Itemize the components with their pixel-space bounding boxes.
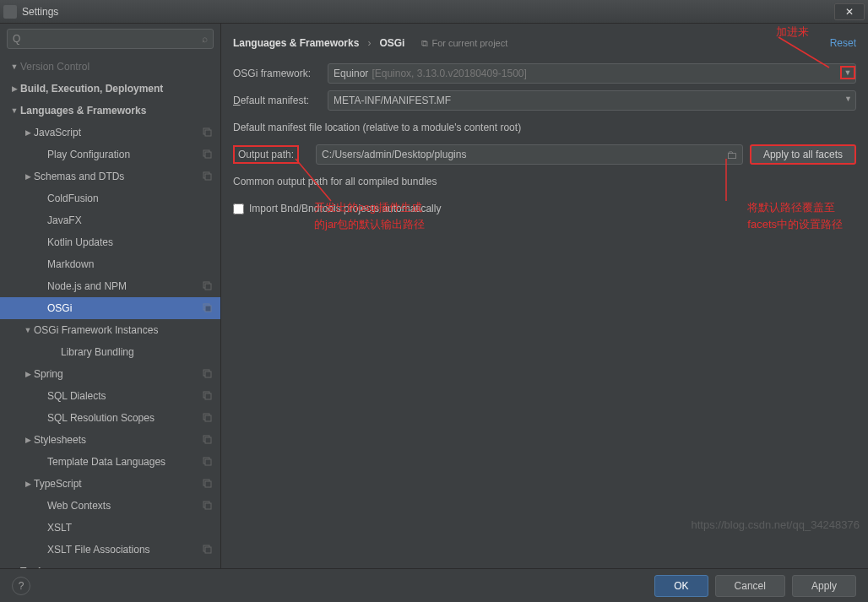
sidebar: Q ⌕ ▼Version Control▶Build, Execution, D… [0,24,221,568]
tree-item-typescript[interactable]: ▶TypeScript [0,473,220,495]
svg-rect-15 [205,415,211,421]
tree-arrow-icon: ▶ [22,370,34,378]
tree-item-label: Schemas and DTDs [34,171,202,182]
copy-icon [202,149,214,160]
apply-button[interactable]: Apply [792,575,856,597]
copy-icon [202,412,214,424]
folder-icon[interactable]: 🗀 [726,149,737,161]
output-path-input[interactable]: C:/Users/admin/Desktop/plugins 🗀 [316,144,743,165]
tree-item-label: OSGi Framework Instances [34,324,214,336]
tree-item-label: Markdown [47,258,214,270]
tree-item-label: ColdFusion [47,193,214,204]
tree-item-label: JavaFX [47,214,214,226]
tree-item-play-configuration[interactable]: Play Configuration [0,144,220,165]
tree-arrow-icon: ▶ [22,128,34,137]
copy-icon [202,368,214,380]
dialog-footer: ? OK Cancel Apply [0,568,868,602]
tree-item-label: Web Contexts [47,500,202,512]
tree-item-osgi-framework-instances[interactable]: ▼OSGi Framework Instances [0,319,220,341]
tree-item-label: SQL Dialects [47,390,202,402]
apply-to-all-facets-button[interactable]: Apply to all facets [750,144,856,165]
breadcrumb-leaf: OSGi [379,37,404,49]
cancel-button[interactable]: Cancel [715,575,785,597]
copy-icon [202,434,214,446]
tree-item-label: Library Bundling [61,346,214,358]
breadcrumb: Languages & Frameworks › OSGi ⧉ For curr… [233,32,856,54]
tree-item-label: Kotlin Updates [47,236,214,248]
svg-rect-9 [205,306,211,312]
annotation-3: 将默认路径覆盖至 facets中的设置路径 [747,199,843,232]
tree-arrow-icon: ▼ [8,62,20,71]
copy-icon: ⧉ [421,38,428,49]
tree-item-xslt-file-associations[interactable]: XSLT File Associations [0,539,220,561]
search-box[interactable]: Q ⌕ [7,29,214,49]
breadcrumb-root[interactable]: Languages & Frameworks [233,37,359,49]
tree-item-sql-resolution-scopes[interactable]: SQL Resolution Scopes [0,407,220,429]
tree-item-label: Tools [20,566,214,568]
import-bnd-checkbox[interactable] [233,203,244,214]
tree-arrow-icon: ▶ [8,84,20,93]
chevron-right-icon: › [367,37,371,49]
copy-icon [202,544,214,556]
help-icon[interactable]: ? [12,577,30,595]
svg-rect-13 [205,393,211,399]
tree-item-label: Node.js and NPM [47,280,202,292]
tree-item-label: Spring [34,368,202,380]
svg-rect-3 [205,152,211,158]
tree-arrow-icon: ▼ [22,326,34,334]
tree-item-version-control[interactable]: ▼Version Control [0,56,220,78]
search-clear-icon[interactable]: ⌕ [202,33,208,45]
close-icon[interactable]: ✕ [834,3,865,20]
tree-item-label: Languages & Frameworks [20,105,214,117]
tree-item-label: JavaScript [34,127,202,138]
window-title: Settings [22,6,834,18]
tree-item-library-bundling[interactable]: Library Bundling [0,341,220,363]
output-hint: Common output path for all compiled bund… [233,171,856,193]
tree-item-template-data-languages[interactable]: Template Data Languages [0,451,220,473]
tree-item-javascript[interactable]: ▶JavaScript [0,122,220,144]
tree-item-tools[interactable]: ▶Tools [0,561,220,568]
search-icon: Q [13,33,20,45]
tree-item-label: OSGi [47,302,202,314]
copy-icon [202,478,214,490]
manifest-combo[interactable]: META-INF/MANIFEST.MF ▼ [328,90,856,111]
tree-arrow-icon: ▶ [8,567,20,568]
tree-item-label: XSLT [47,522,214,534]
tree-item-schemas-and-dtds[interactable]: ▶Schemas and DTDs [0,165,220,187]
tree-item-javafx[interactable]: JavaFX [0,209,220,231]
tree-item-label: Stylesheets [34,434,202,446]
tree-item-label: Version Control [20,61,214,73]
svg-rect-21 [205,481,211,487]
watermark: https://blog.csdn.net/qq_34248376 [692,518,860,531]
chevron-down-icon[interactable]: ▼ [844,95,852,103]
tree-item-sql-dialects[interactable]: SQL Dialects [0,385,220,407]
svg-rect-19 [205,459,211,465]
tree-item-kotlin-updates[interactable]: Kotlin Updates [0,231,220,253]
copy-icon [202,127,214,138]
tree-item-languages-frameworks[interactable]: ▼Languages & Frameworks [0,100,220,122]
tree-item-xslt[interactable]: XSLT [0,517,220,539]
tree-item-markdown[interactable]: Markdown [0,253,220,275]
tree-item-web-contexts[interactable]: Web Contexts [0,495,220,517]
tree-item-node-js-and-npm[interactable]: Node.js and NPM [0,275,220,297]
tree-item-label: Build, Execution, Deployment [20,83,214,95]
framework-combo[interactable]: Equinor [Equinox, 3.13.0.v20180409-1500]… [328,63,856,84]
copy-icon [202,302,214,314]
tree-item-coldfusion[interactable]: ColdFusion [0,187,220,209]
tree-item-stylesheets[interactable]: ▶Stylesheets [0,429,220,451]
chevron-down-icon[interactable]: ▼ [840,66,855,79]
tree-arrow-icon: ▶ [22,480,34,488]
tree-item-build-execution-deployment[interactable]: ▶Build, Execution, Deployment [0,78,220,100]
copy-icon [202,171,214,182]
copy-icon [202,500,214,512]
svg-rect-7 [205,284,211,290]
tree-item-label: TypeScript [34,478,202,490]
search-input[interactable] [20,33,202,45]
app-icon [3,5,17,19]
tree-item-spring[interactable]: ▶Spring [0,363,220,385]
tree-item-osgi[interactable]: OSGi [0,297,220,319]
annotation-2: 开发出的osgi插件生成 的jar包的默认输出路径 [314,199,425,232]
reset-link[interactable]: Reset [830,37,856,49]
ok-button[interactable]: OK [654,575,708,597]
svg-rect-5 [205,174,211,180]
